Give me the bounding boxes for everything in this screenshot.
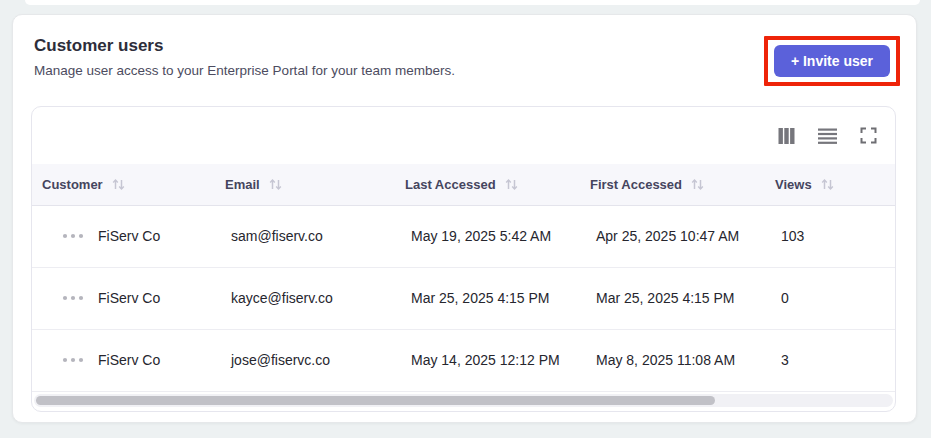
column-label: Views	[775, 177, 812, 192]
customer-cell: FiServ Co	[32, 329, 215, 391]
last-accessed-cell: May 19, 2025 5:42 AM	[395, 205, 580, 267]
row-actions-button[interactable]	[62, 233, 84, 239]
email-cell: sam@fiserv.co	[215, 205, 395, 267]
views-cell: 103	[765, 205, 895, 267]
column-header-email[interactable]: Email	[215, 164, 395, 205]
column-label: First Accessed	[590, 177, 682, 192]
customer-cell: FiServ Co	[32, 267, 215, 329]
card-header: Customer users Manage user access to you…	[13, 15, 916, 86]
sort-icon[interactable]	[691, 178, 704, 191]
sort-icon[interactable]	[112, 178, 125, 191]
customer-users-table: Customer Email Last Accessed First Acces…	[32, 164, 895, 392]
red-annotation-box: + Invite user	[764, 36, 900, 86]
rows-icon[interactable]	[818, 128, 837, 144]
sort-icon[interactable]	[505, 178, 518, 191]
first-accessed-cell: Apr 25, 2025 10:47 AM	[580, 205, 765, 267]
customer-name: FiServ Co	[98, 352, 160, 368]
columns-icon[interactable]	[778, 128, 795, 144]
column-header-first-accessed[interactable]: First Accessed	[580, 164, 765, 205]
column-label: Last Accessed	[405, 177, 496, 192]
previous-card-edge	[25, 0, 920, 5]
horizontal-scrollbar[interactable]	[34, 394, 893, 407]
column-label: Customer	[42, 177, 103, 192]
email-cell: jose@fiservc.co	[215, 329, 395, 391]
column-header-views[interactable]: Views	[765, 164, 895, 205]
table-row: FiServ Co sam@fiserv.co May 19, 2025 5:4…	[32, 205, 895, 267]
column-label: Email	[225, 177, 260, 192]
table-panel: Customer Email Last Accessed First Acces…	[31, 106, 896, 412]
row-actions-button[interactable]	[62, 357, 84, 363]
title-block: Customer users Manage user access to you…	[34, 36, 455, 78]
page-title: Customer users	[34, 36, 455, 56]
sort-icon[interactable]	[821, 178, 834, 191]
sort-icon[interactable]	[269, 178, 282, 191]
table-header-row: Customer Email Last Accessed First Acces…	[32, 164, 895, 205]
column-header-last-accessed[interactable]: Last Accessed	[395, 164, 580, 205]
customer-cell: FiServ Co	[32, 205, 215, 267]
table-row: FiServ Co jose@fiservc.co May 14, 2025 1…	[32, 329, 895, 391]
first-accessed-cell: May 8, 2025 11:08 AM	[580, 329, 765, 391]
customer-name: FiServ Co	[98, 228, 160, 244]
first-accessed-cell: Mar 25, 2025 4:15 PM	[580, 267, 765, 329]
page-subtitle: Manage user access to your Enterprise Po…	[34, 63, 455, 78]
email-cell: kayce@fiserv.co	[215, 267, 395, 329]
table-row: FiServ Co kayce@fiserv.co Mar 25, 2025 4…	[32, 267, 895, 329]
views-cell: 3	[765, 329, 895, 391]
scrollbar-thumb[interactable]	[36, 396, 715, 405]
views-cell: 0	[765, 267, 895, 329]
column-header-customer[interactable]: Customer	[32, 164, 215, 205]
last-accessed-cell: Mar 25, 2025 4:15 PM	[395, 267, 580, 329]
customer-name: FiServ Co	[98, 290, 160, 306]
row-actions-button[interactable]	[62, 295, 84, 301]
last-accessed-cell: May 14, 2025 12:12 PM	[395, 329, 580, 391]
customer-users-card: Customer users Manage user access to you…	[12, 14, 917, 423]
invite-user-button[interactable]: + Invite user	[774, 45, 890, 77]
fullscreen-icon[interactable]	[860, 127, 877, 144]
table-toolbar	[32, 107, 895, 164]
